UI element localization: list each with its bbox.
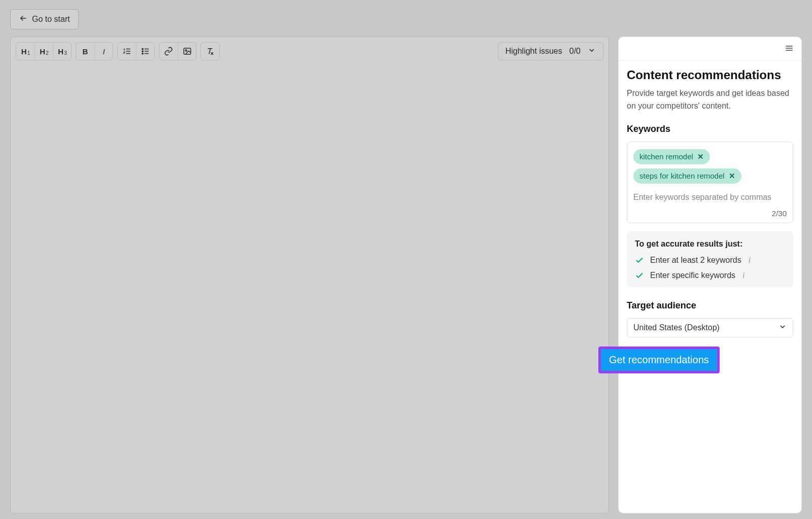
- bold-button[interactable]: B: [76, 43, 94, 60]
- sidebar-description: Provide target keywords and get ideas ba…: [627, 87, 793, 113]
- keywords-input[interactable]: [633, 191, 787, 205]
- remove-tag-icon[interactable]: ✕: [729, 171, 735, 181]
- link-button[interactable]: [159, 43, 178, 60]
- keyword-tag-label: steps for kitchen remodel: [639, 171, 725, 180]
- italic-button[interactable]: I: [94, 43, 113, 60]
- highlight-issues-dropdown[interactable]: Highlight issues 0/0: [498, 42, 603, 60]
- keyword-tag: steps for kitchen remodel ✕: [633, 168, 741, 184]
- tips-box: To get accurate results just: Enter at l…: [627, 231, 793, 287]
- check-icon: [635, 256, 644, 265]
- unordered-list-button[interactable]: [136, 43, 154, 60]
- tip-row: Enter at least 2 keywords i: [635, 256, 785, 265]
- keywords-label: Keywords: [627, 124, 793, 134]
- keywords-count: 2/30: [633, 209, 787, 218]
- go-to-start-button[interactable]: Go to start: [10, 9, 79, 29]
- heading-1-button[interactable]: H1: [16, 43, 35, 60]
- tips-title: To get accurate results just:: [635, 239, 785, 249]
- editor-toolbar: H1 H2 H3 B I: [11, 37, 608, 66]
- cta-highlight: Get recommendations: [598, 347, 720, 373]
- svg-point-6: [142, 48, 143, 49]
- keywords-box: kitchen remodel ✕ steps for kitchen remo…: [627, 142, 793, 223]
- svg-point-10: [185, 50, 187, 51]
- tip-text: Enter at least 2 keywords: [650, 256, 741, 265]
- remove-tag-icon[interactable]: ✕: [697, 152, 704, 161]
- highlight-issues-label: Highlight issues: [505, 47, 562, 56]
- target-audience-label: Target audience: [627, 300, 793, 311]
- target-audience-select[interactable]: United States (Desktop): [627, 318, 793, 337]
- clear-formatting-button[interactable]: [201, 43, 219, 60]
- go-to-start-label: Go to start: [32, 15, 70, 24]
- get-recommendations-button[interactable]: Get recommendations: [601, 349, 717, 371]
- chevron-down-icon: [588, 46, 596, 56]
- svg-point-7: [142, 51, 143, 52]
- cta-label: Get recommendations: [609, 354, 709, 365]
- highlight-issues-count: 0/0: [569, 47, 581, 56]
- image-button[interactable]: [178, 43, 196, 60]
- info-icon[interactable]: i: [749, 256, 751, 265]
- sidebar-title: Content recommendations: [627, 68, 793, 82]
- menu-icon[interactable]: [784, 43, 794, 55]
- keyword-tags: kitchen remodel ✕ steps for kitchen remo…: [633, 149, 787, 184]
- keyword-tag: kitchen remodel ✕: [633, 149, 710, 164]
- check-icon: [635, 271, 644, 280]
- info-icon[interactable]: i: [742, 271, 745, 280]
- svg-point-8: [142, 53, 143, 54]
- heading-2-button[interactable]: H2: [35, 43, 53, 60]
- target-audience-value: United States (Desktop): [633, 323, 720, 332]
- tip-text: Enter specific keywords: [650, 271, 735, 280]
- chevron-down-icon: [779, 323, 787, 333]
- heading-3-button[interactable]: H3: [53, 43, 71, 60]
- arrow-left-icon: [19, 14, 28, 25]
- keyword-tag-label: kitchen remodel: [639, 152, 693, 161]
- recommendations-sidebar: Content recommendations Provide target k…: [618, 37, 802, 513]
- ordered-list-button[interactable]: [118, 43, 136, 60]
- editor-panel: H1 H2 H3 B I: [10, 37, 609, 513]
- tip-row: Enter specific keywords i: [635, 271, 785, 280]
